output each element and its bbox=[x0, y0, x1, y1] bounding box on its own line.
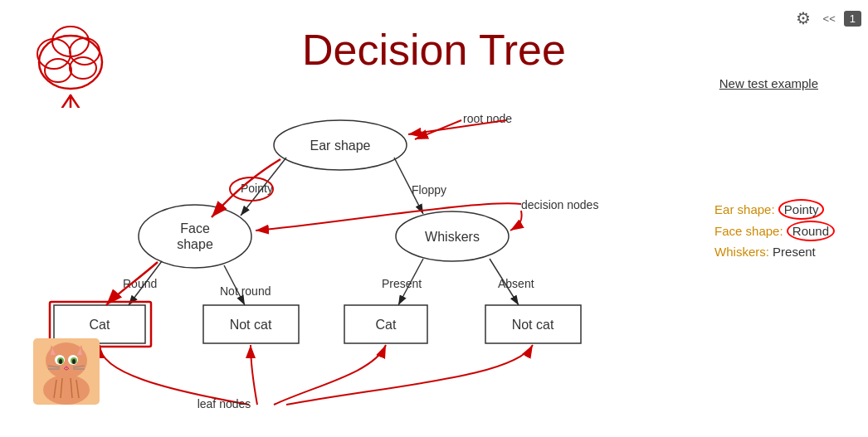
svg-point-55 bbox=[72, 359, 76, 364]
svg-text:Round: Round bbox=[123, 277, 157, 290]
page-number: 1 bbox=[844, 11, 861, 27]
svg-text:Not cat: Not cat bbox=[512, 318, 554, 332]
whiskers-value: Present bbox=[773, 245, 816, 259]
svg-text:leaf nodes: leaf nodes bbox=[197, 397, 251, 410]
svg-text:Floppy: Floppy bbox=[412, 183, 446, 197]
prev-button[interactable]: << bbox=[820, 11, 839, 27]
gear-button[interactable]: ⚙ bbox=[792, 7, 815, 30]
svg-text:decision nodes: decision nodes bbox=[521, 198, 598, 211]
svg-text:Ear shape: Ear shape bbox=[310, 138, 371, 153]
svg-text:Present: Present bbox=[382, 277, 422, 290]
face-shape-label: Face shape: bbox=[714, 224, 783, 238]
top-controls: ⚙ << 1 bbox=[792, 7, 861, 30]
svg-text:Cat: Cat bbox=[90, 318, 110, 332]
whiskers-label: Whiskers: bbox=[714, 245, 769, 259]
new-test-link[interactable]: New test example bbox=[719, 76, 818, 90]
svg-text:Face: Face bbox=[180, 221, 210, 235]
svg-point-54 bbox=[59, 359, 62, 364]
svg-text:Not cat: Not cat bbox=[230, 318, 272, 332]
sidebar-info: Ear shape: Pointy Face shape: Round Whis… bbox=[714, 199, 835, 263]
svg-text:Cat: Cat bbox=[376, 318, 397, 332]
svg-text:Not round: Not round bbox=[220, 284, 271, 298]
ear-shape-label: Ear shape: bbox=[714, 202, 775, 216]
svg-point-13 bbox=[139, 205, 251, 268]
svg-point-61 bbox=[43, 375, 90, 405]
decision-tree-svg: Ear shape Face shape Whiskers Cat Not ca… bbox=[0, 0, 680, 437]
svg-text:Whiskers: Whiskers bbox=[425, 230, 480, 244]
ear-shape-value: Pointy bbox=[778, 199, 825, 220]
svg-text:shape: shape bbox=[177, 237, 213, 251]
svg-text:Absent: Absent bbox=[498, 277, 534, 290]
face-shape-value: Round bbox=[787, 221, 835, 241]
